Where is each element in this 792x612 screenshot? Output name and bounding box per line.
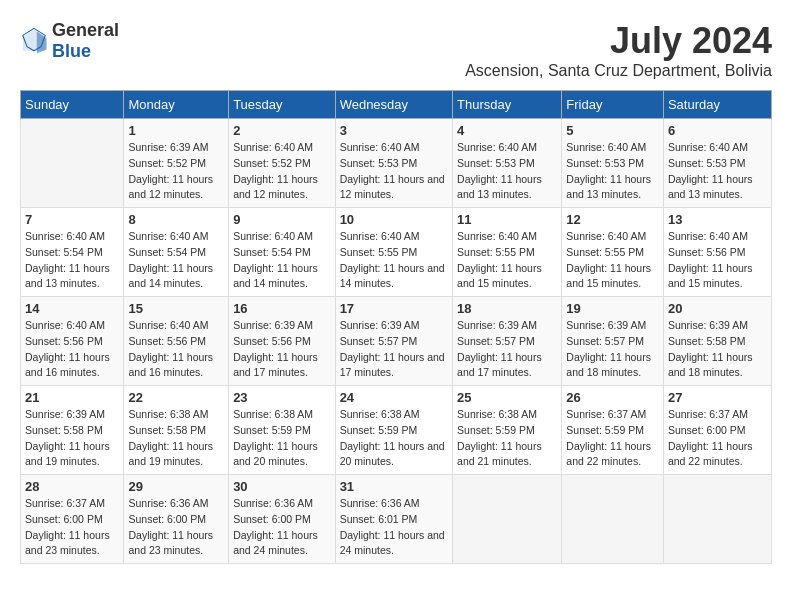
day-info: Sunrise: 6:40 AM Sunset: 5:55 PM Dayligh… xyxy=(566,229,659,292)
calendar-cell: 8 Sunrise: 6:40 AM Sunset: 5:54 PM Dayli… xyxy=(124,208,229,297)
calendar-cell xyxy=(663,475,771,564)
daylight-text: Daylight: 11 hours and 16 minutes. xyxy=(128,351,213,379)
sunrise-text: Sunrise: 6:40 AM xyxy=(340,141,420,153)
day-number: 14 xyxy=(25,301,119,316)
sunrise-text: Sunrise: 6:39 AM xyxy=(340,319,420,331)
sunrise-text: Sunrise: 6:40 AM xyxy=(128,230,208,242)
sunrise-text: Sunrise: 6:39 AM xyxy=(128,141,208,153)
logo-icon xyxy=(20,27,48,55)
sunrise-text: Sunrise: 6:38 AM xyxy=(233,408,313,420)
day-number: 27 xyxy=(668,390,767,405)
calendar-cell xyxy=(453,475,562,564)
daylight-text: Daylight: 11 hours and 13 minutes. xyxy=(25,262,110,290)
day-info: Sunrise: 6:39 AM Sunset: 5:57 PM Dayligh… xyxy=(566,318,659,381)
sunrise-text: Sunrise: 6:38 AM xyxy=(457,408,537,420)
daylight-text: Daylight: 11 hours and 17 minutes. xyxy=(233,351,318,379)
day-info: Sunrise: 6:39 AM Sunset: 5:57 PM Dayligh… xyxy=(340,318,448,381)
sunset-text: Sunset: 5:56 PM xyxy=(233,335,311,347)
day-info: Sunrise: 6:36 AM Sunset: 6:01 PM Dayligh… xyxy=(340,496,448,559)
day-number: 29 xyxy=(128,479,224,494)
day-number: 12 xyxy=(566,212,659,227)
day-info: Sunrise: 6:40 AM Sunset: 5:56 PM Dayligh… xyxy=(128,318,224,381)
sunrise-text: Sunrise: 6:40 AM xyxy=(25,230,105,242)
sunset-text: Sunset: 5:58 PM xyxy=(128,424,206,436)
day-number: 22 xyxy=(128,390,224,405)
calendar-cell: 23 Sunrise: 6:38 AM Sunset: 5:59 PM Dayl… xyxy=(229,386,336,475)
calendar-cell: 25 Sunrise: 6:38 AM Sunset: 5:59 PM Dayl… xyxy=(453,386,562,475)
daylight-text: Daylight: 11 hours and 22 minutes. xyxy=(566,440,651,468)
sunset-text: Sunset: 5:55 PM xyxy=(340,246,418,258)
day-info: Sunrise: 6:39 AM Sunset: 5:58 PM Dayligh… xyxy=(25,407,119,470)
sunrise-text: Sunrise: 6:39 AM xyxy=(668,319,748,331)
daylight-text: Daylight: 11 hours and 12 minutes. xyxy=(128,173,213,201)
day-info: Sunrise: 6:40 AM Sunset: 5:52 PM Dayligh… xyxy=(233,140,331,203)
day-info: Sunrise: 6:39 AM Sunset: 5:58 PM Dayligh… xyxy=(668,318,767,381)
sunset-text: Sunset: 5:54 PM xyxy=(128,246,206,258)
sunset-text: Sunset: 5:54 PM xyxy=(233,246,311,258)
calendar-cell: 7 Sunrise: 6:40 AM Sunset: 5:54 PM Dayli… xyxy=(21,208,124,297)
calendar-header-sunday: Sunday xyxy=(21,91,124,119)
calendar-week-row: 14 Sunrise: 6:40 AM Sunset: 5:56 PM Dayl… xyxy=(21,297,772,386)
sunrise-text: Sunrise: 6:36 AM xyxy=(128,497,208,509)
calendar-cell: 28 Sunrise: 6:37 AM Sunset: 6:00 PM Dayl… xyxy=(21,475,124,564)
day-info: Sunrise: 6:40 AM Sunset: 5:53 PM Dayligh… xyxy=(668,140,767,203)
calendar-week-row: 21 Sunrise: 6:39 AM Sunset: 5:58 PM Dayl… xyxy=(21,386,772,475)
daylight-text: Daylight: 11 hours and 24 minutes. xyxy=(340,529,445,557)
calendar-cell: 16 Sunrise: 6:39 AM Sunset: 5:56 PM Dayl… xyxy=(229,297,336,386)
day-number: 30 xyxy=(233,479,331,494)
calendar-cell: 10 Sunrise: 6:40 AM Sunset: 5:55 PM Dayl… xyxy=(335,208,452,297)
day-info: Sunrise: 6:40 AM Sunset: 5:53 PM Dayligh… xyxy=(340,140,448,203)
calendar-cell: 21 Sunrise: 6:39 AM Sunset: 5:58 PM Dayl… xyxy=(21,386,124,475)
sunset-text: Sunset: 5:54 PM xyxy=(25,246,103,258)
day-number: 19 xyxy=(566,301,659,316)
sunset-text: Sunset: 5:56 PM xyxy=(128,335,206,347)
daylight-text: Daylight: 11 hours and 18 minutes. xyxy=(668,351,753,379)
day-number: 7 xyxy=(25,212,119,227)
sunset-text: Sunset: 5:57 PM xyxy=(340,335,418,347)
calendar-cell: 6 Sunrise: 6:40 AM Sunset: 5:53 PM Dayli… xyxy=(663,119,771,208)
calendar-cell xyxy=(562,475,664,564)
daylight-text: Daylight: 11 hours and 13 minutes. xyxy=(668,173,753,201)
calendar-cell: 14 Sunrise: 6:40 AM Sunset: 5:56 PM Dayl… xyxy=(21,297,124,386)
calendar-cell: 20 Sunrise: 6:39 AM Sunset: 5:58 PM Dayl… xyxy=(663,297,771,386)
sunrise-text: Sunrise: 6:37 AM xyxy=(668,408,748,420)
calendar-header-tuesday: Tuesday xyxy=(229,91,336,119)
calendar-week-row: 1 Sunrise: 6:39 AM Sunset: 5:52 PM Dayli… xyxy=(21,119,772,208)
day-info: Sunrise: 6:40 AM Sunset: 5:54 PM Dayligh… xyxy=(233,229,331,292)
sunrise-text: Sunrise: 6:37 AM xyxy=(566,408,646,420)
sunrise-text: Sunrise: 6:37 AM xyxy=(25,497,105,509)
day-number: 5 xyxy=(566,123,659,138)
daylight-text: Daylight: 11 hours and 19 minutes. xyxy=(128,440,213,468)
day-info: Sunrise: 6:38 AM Sunset: 5:59 PM Dayligh… xyxy=(233,407,331,470)
day-number: 24 xyxy=(340,390,448,405)
calendar-table: SundayMondayTuesdayWednesdayThursdayFrid… xyxy=(20,90,772,564)
daylight-text: Daylight: 11 hours and 18 minutes. xyxy=(566,351,651,379)
sunset-text: Sunset: 5:53 PM xyxy=(668,157,746,169)
day-number: 4 xyxy=(457,123,557,138)
sunset-text: Sunset: 5:58 PM xyxy=(25,424,103,436)
day-number: 26 xyxy=(566,390,659,405)
calendar-cell: 27 Sunrise: 6:37 AM Sunset: 6:00 PM Dayl… xyxy=(663,386,771,475)
sunset-text: Sunset: 6:00 PM xyxy=(25,513,103,525)
location: Ascension, Santa Cruz Department, Bolivi… xyxy=(465,62,772,80)
header: General Blue July 2024 Ascension, Santa … xyxy=(20,20,772,80)
daylight-text: Daylight: 11 hours and 13 minutes. xyxy=(566,173,651,201)
sunrise-text: Sunrise: 6:39 AM xyxy=(566,319,646,331)
calendar-header-wednesday: Wednesday xyxy=(335,91,452,119)
sunset-text: Sunset: 5:52 PM xyxy=(233,157,311,169)
day-info: Sunrise: 6:40 AM Sunset: 5:54 PM Dayligh… xyxy=(25,229,119,292)
daylight-text: Daylight: 11 hours and 15 minutes. xyxy=(457,262,542,290)
sunrise-text: Sunrise: 6:40 AM xyxy=(25,319,105,331)
calendar-cell: 26 Sunrise: 6:37 AM Sunset: 5:59 PM Dayl… xyxy=(562,386,664,475)
day-info: Sunrise: 6:36 AM Sunset: 6:00 PM Dayligh… xyxy=(233,496,331,559)
sunset-text: Sunset: 5:53 PM xyxy=(566,157,644,169)
day-number: 10 xyxy=(340,212,448,227)
logo-general: General xyxy=(52,20,119,40)
sunrise-text: Sunrise: 6:40 AM xyxy=(340,230,420,242)
sunrise-text: Sunrise: 6:40 AM xyxy=(668,141,748,153)
sunrise-text: Sunrise: 6:36 AM xyxy=(233,497,313,509)
day-info: Sunrise: 6:39 AM Sunset: 5:56 PM Dayligh… xyxy=(233,318,331,381)
daylight-text: Daylight: 11 hours and 23 minutes. xyxy=(25,529,110,557)
daylight-text: Daylight: 11 hours and 16 minutes. xyxy=(25,351,110,379)
calendar-cell: 31 Sunrise: 6:36 AM Sunset: 6:01 PM Dayl… xyxy=(335,475,452,564)
